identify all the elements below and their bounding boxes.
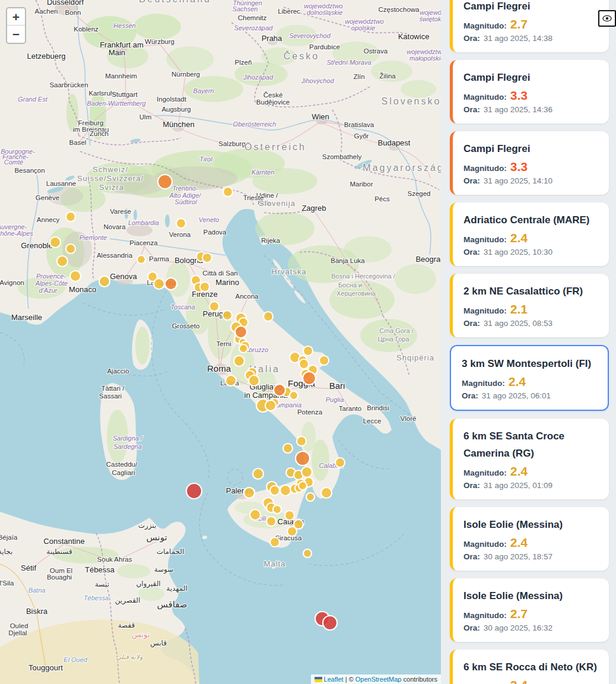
earthquake-marker[interactable] [290,391,298,400]
time-value: 31 ago 2025, 06:01 [482,390,551,402]
map-place-label: Augsburg [161,106,190,113]
earthquake-marker[interactable] [223,311,232,320]
earthquake-marker[interactable] [265,400,276,411]
earthquake-marker[interactable] [249,375,259,386]
earthquake-marker[interactable] [303,346,313,356]
map-place-label: d'Azur [39,287,58,294]
map-place-label: Jihovýchod [300,77,334,84]
earthquake-marker[interactable] [263,312,273,321]
earthquake-marker[interactable] [296,451,310,466]
time-value: 30 ago 2025, 16:32 [484,622,553,634]
earthquake-marker[interactable] [285,511,294,520]
earthquake-marker[interactable] [176,218,186,228]
map-place-label: Toscana [170,303,195,311]
earthquake-marker[interactable] [186,483,202,499]
earthquake-marker[interactable] [335,458,345,467]
time-value: 31 ago 2025, 14:10 [484,175,553,187]
earthquake-marker[interactable] [283,444,293,453]
earthquake-card[interactable]: 6 km SE Santa Croce Camerina (RG) Magnit… [450,419,609,499]
earthquake-marker[interactable] [299,482,307,490]
earthquake-marker[interactable] [306,493,315,501]
earthquake-location: Isole Eolie (Messina) [463,516,598,533]
earthquake-marker[interactable] [209,302,219,311]
earthquake-marker[interactable] [57,256,68,267]
earthquake-marker[interactable] [99,276,110,287]
earthquake-marker[interactable] [66,212,75,221]
earthquake-card[interactable]: 3 km SW Montespertoli (FI) Magnitudo: 2.… [450,345,609,411]
earthquake-marker[interactable] [200,282,209,292]
zoom-out-button[interactable]: − [7,26,25,43]
earthquake-marker[interactable] [244,487,255,498]
earthquake-card[interactable]: Campi Flegrei Magnitudo: 2.7 Ora: 31 ago… [450,0,609,52]
earthquake-marker[interactable] [303,372,316,385]
earthquake-marker[interactable] [266,517,276,526]
map-place-label: dolnośląskie [307,9,343,16]
zoom-in-button[interactable]: + [7,8,25,26]
visibility-toggle-button[interactable] [598,10,616,27]
magnitude-value: 2.1 [510,303,528,315]
earthquake-marker[interactable] [299,359,309,369]
earthquake-marker[interactable] [223,187,233,197]
earthquake-marker[interactable] [235,326,247,338]
map-place-label: Босна и [338,281,362,289]
map-place-label: Batna [28,587,46,594]
map-place-label: M'Sila [0,580,14,587]
earthquake-marker[interactable] [323,616,337,630]
earthquake-location: Adriatico Centrale (MARE) [463,211,598,229]
earthquake-card[interactable]: Campi Flegrei Magnitudo: 3.3 Ora: 31 ago… [450,60,609,124]
earthquake-marker[interactable] [165,278,177,290]
map-place-label: Basel [69,139,87,146]
earthquake-marker[interactable] [321,487,332,498]
leaflet-link[interactable]: Leaflet [324,676,344,683]
map-place-label: Deutschland [139,0,211,4]
magnitude-value: 2.7 [510,18,528,30]
earthquake-marker[interactable] [297,436,306,446]
time-value: 31 ago 2025, 14:38 [484,32,553,45]
earthquake-marker[interactable] [234,356,245,366]
earthquake-marker[interactable] [319,356,329,365]
earthquake-card[interactable]: Adriatico Centrale (MARE) Magnitudo: 2.4… [450,202,609,266]
map-place-label: Slovensko [382,96,441,106]
earthquake-marker[interactable] [202,253,212,262]
earthquake-card[interactable]: Isole Eolie (Messina) Magnitudo: 2.7 Ora… [450,578,609,642]
earthquake-marker[interactable] [50,237,61,248]
earthquake-marker[interactable] [239,344,247,353]
earthquake-marker[interactable] [270,486,280,495]
time-value: 31 ago 2025, 14:36 [484,103,553,116]
earthquake-marker[interactable] [303,549,312,558]
openstreetmap-link[interactable]: OpenStreetMap [355,676,402,683]
map-place-label: Sassari [99,392,122,400]
earthquake-marker[interactable] [274,384,285,396]
earthquake-marker[interactable] [70,271,81,281]
earthquake-marker[interactable] [253,468,263,479]
earthquake-marker[interactable] [154,278,164,289]
map-place-label: Praha [262,34,282,43]
earthquake-marker[interactable] [137,255,145,264]
earthquake-marker[interactable] [250,509,261,520]
earthquake-location: 6 km SE Rocca di Neto (KR) [463,658,598,676]
earthquake-marker[interactable] [66,244,75,254]
earthquake-marker[interactable] [270,537,280,547]
earthquake-card[interactable]: Campi Flegrei Magnitudo: 3.3 Ora: 31 ago… [450,131,609,195]
earthquake-marker[interactable] [301,467,312,477]
earthquake-marker[interactable] [287,527,297,536]
earthquake-card[interactable]: 2 km NE Casalattico (FR) Magnitudo: 2.1 … [450,274,609,337]
map-place-label: Ingolstadt [157,96,187,103]
map-place-label: Sardegna [113,443,142,450]
time-value: 31 ago 2025, 08:53 [484,317,553,330]
earthquake-card[interactable]: Isole Eolie (Messina) Magnitudo: 2.4 Ora… [450,507,609,571]
earthquake-marker[interactable] [280,485,291,496]
earthquake-marker[interactable] [158,175,172,189]
map-place-label: Plzeň [235,59,252,66]
earthquake-marker[interactable] [273,505,281,514]
map-svg: DeutschlandDüsseldorfAachenBonnKoblenzHe… [0,0,441,684]
magnitude-value: 2.4 [510,465,528,477]
map-place-label: Trieste [243,194,264,201]
earthquake-list-panel[interactable]: Campi Flegrei Magnitudo: 2.7 Ora: 31 ago… [441,0,616,684]
map-canvas[interactable]: DeutschlandDüsseldorfAachenBonnKoblenzHe… [0,0,441,684]
map-place-label: Lausanne [46,180,77,187]
map-place-label: Pécs [374,195,390,202]
map-place-label: Piacenza [129,239,158,246]
earthquake-card[interactable]: 6 km SE Rocca di Neto (KR) Magnitudo: 2.… [450,650,609,684]
earthquake-marker[interactable] [226,375,236,386]
